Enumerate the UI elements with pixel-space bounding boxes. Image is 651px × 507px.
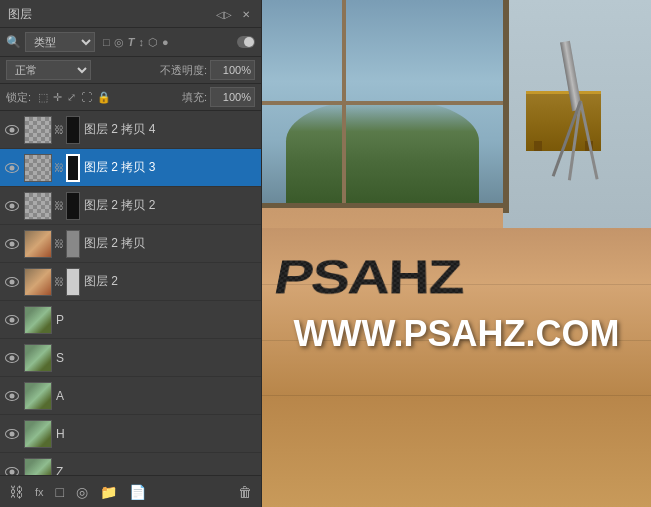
opacity-input[interactable] <box>210 60 255 80</box>
layer-visibility-toggle[interactable] <box>4 236 20 252</box>
eye-icon <box>5 277 19 287</box>
new-group-icon[interactable]: 📁 <box>97 482 120 502</box>
layer-mask-thumbnail <box>66 154 80 182</box>
window-frame-bottom <box>262 203 503 208</box>
filter-smart-icon[interactable]: ⬡ <box>148 36 158 49</box>
filter-color-icon[interactable]: ● <box>162 36 169 48</box>
filter-shape-icon[interactable]: ↕ <box>138 36 144 48</box>
layer-effects-icon[interactable]: fx <box>32 484 47 500</box>
filter-bar: 🔍 类型 名称 效果 □ ◎ T ↕ ⬡ ● <box>0 28 261 57</box>
layer-visibility-toggle[interactable] <box>4 312 20 328</box>
layer-thumbnails <box>24 306 52 334</box>
layer-mask-thumbnail <box>66 116 80 144</box>
eye-icon <box>5 239 19 249</box>
layer-mask-thumbnail <box>66 230 80 258</box>
layer-row[interactable]: P <box>0 301 261 339</box>
layer-row[interactable]: H <box>0 415 261 453</box>
layer-name: P <box>56 313 257 327</box>
delete-layer-icon[interactable]: 🗑 <box>235 482 255 502</box>
fill-label: 填充: <box>182 90 207 105</box>
opacity-control: 不透明度: <box>160 60 255 80</box>
filter-text-icon[interactable]: T <box>128 36 135 48</box>
layer-thumbnail <box>24 154 52 182</box>
fill-input[interactable] <box>210 87 255 107</box>
telescope-group <box>551 41 611 181</box>
layer-row[interactable]: ⛓ 图层 2 拷贝 <box>0 225 261 263</box>
eye-icon <box>5 201 19 211</box>
layer-visibility-toggle[interactable] <box>4 274 20 290</box>
search-icon: 🔍 <box>6 35 21 49</box>
layer-name: 图层 2 拷贝 4 <box>84 121 257 138</box>
layer-thumbnail <box>24 192 52 220</box>
layer-row[interactable]: ⛓ 图层 2 拷贝 2 <box>0 187 261 225</box>
layer-visibility-toggle[interactable] <box>4 122 20 138</box>
lock-all-icon[interactable]: 🔒 <box>96 90 112 105</box>
layer-name: Z <box>56 465 257 476</box>
panel-collapse-icon[interactable]: ◁▷ <box>213 8 235 21</box>
window-frame-right <box>503 0 509 213</box>
filter-adjustment-icon[interactable]: ◎ <box>114 36 124 49</box>
layer-row[interactable]: Z <box>0 453 261 475</box>
lock-transparency-icon[interactable]: ⬚ <box>37 90 49 105</box>
lock-paint-icon[interactable]: ✛ <box>52 90 63 105</box>
layer-thumbnail <box>24 458 52 476</box>
layer-row[interactable]: ⛓ 图层 2 拷贝 4 <box>0 111 261 149</box>
lock-artboard-icon[interactable]: ⛶ <box>80 90 93 105</box>
panel-bottom-toolbar: ⛓ fx □ ◎ 📁 📄 🗑 <box>0 475 261 507</box>
new-adjustment-icon[interactable]: ◎ <box>73 482 91 502</box>
floor-text: PSAHZ <box>270 254 554 302</box>
layer-link-icon: ⛓ <box>54 154 64 182</box>
layer-row[interactable]: S <box>0 339 261 377</box>
layer-mask-thumbnail <box>66 268 80 296</box>
new-layer-icon[interactable]: 📄 <box>126 482 149 502</box>
image-area: PSAHZ WWW.PSAHZ.COM <box>262 0 651 507</box>
layer-thumbnail <box>24 116 52 144</box>
add-mask-icon[interactable]: □ <box>53 482 67 502</box>
layer-visibility-toggle[interactable] <box>4 426 20 442</box>
layer-link-icon: ⛓ <box>54 116 64 144</box>
floor-grain-3 <box>262 395 651 396</box>
eye-icon <box>5 125 19 135</box>
link-layers-icon[interactable]: ⛓ <box>6 482 26 502</box>
floor: PSAHZ <box>262 228 651 507</box>
layer-visibility-toggle[interactable] <box>4 388 20 404</box>
eye-icon <box>5 353 19 363</box>
layer-thumbnails: ⛓ <box>24 230 80 258</box>
panel-close-icon[interactable]: ✕ <box>239 8 253 21</box>
layer-thumbnails <box>24 420 52 448</box>
panel-header: 图层 ◁▷ ✕ <box>0 0 261 28</box>
layer-thumbnail <box>24 306 52 334</box>
lock-icons: ⬚ ✛ ⤢ ⛶ 🔒 <box>37 90 112 105</box>
layer-thumbnails: ⛓ <box>24 154 80 182</box>
layer-thumbnails: ⛓ <box>24 268 80 296</box>
layer-link-icon: ⛓ <box>54 268 64 296</box>
blend-mode-select[interactable]: 正常 溶解 变暗 <box>6 60 91 80</box>
lock-bar: 锁定: ⬚ ✛ ⤢ ⛶ 🔒 填充: <box>0 84 261 111</box>
layer-thumbnail <box>24 420 52 448</box>
layer-row[interactable]: ⛓ 图层 2 <box>0 263 261 301</box>
window-mullion-h <box>262 101 503 105</box>
layer-visibility-toggle[interactable] <box>4 350 20 366</box>
layer-thumbnails: ⛓ <box>24 116 80 144</box>
filter-type-select[interactable]: 类型 名称 效果 <box>25 32 95 52</box>
layer-visibility-toggle[interactable] <box>4 464 20 476</box>
eye-icon <box>5 429 19 439</box>
layer-name: 图层 2 拷贝 2 <box>84 197 257 214</box>
fill-control: 填充: <box>182 87 255 107</box>
filter-pixel-icon[interactable]: □ <box>103 36 110 48</box>
layer-thumbnails <box>24 344 52 372</box>
layer-visibility-toggle[interactable] <box>4 160 20 176</box>
eye-icon <box>5 467 19 476</box>
layer-row[interactable]: ⛓ 图层 2 拷贝 3 <box>0 149 261 187</box>
lock-move-icon[interactable]: ⤢ <box>66 90 77 105</box>
layers-list: ⛓ 图层 2 拷贝 4 ⛓ 图层 2 拷贝 3 ⛓ <box>0 111 261 475</box>
tripod-leg2 <box>579 100 599 179</box>
layer-name: 图层 2 <box>84 273 257 290</box>
layer-name: 图层 2 拷贝 3 <box>84 159 257 176</box>
tripod-leg3 <box>552 100 582 176</box>
layer-row[interactable]: A <box>0 377 261 415</box>
filter-toggle[interactable] <box>237 36 255 48</box>
layer-visibility-toggle[interactable] <box>4 198 20 214</box>
panel-header-icons: ◁▷ ✕ <box>213 8 253 21</box>
layers-panel: 图层 ◁▷ ✕ 🔍 类型 名称 效果 □ ◎ T ↕ ⬡ ● 正常 溶解 变暗 <box>0 0 262 507</box>
